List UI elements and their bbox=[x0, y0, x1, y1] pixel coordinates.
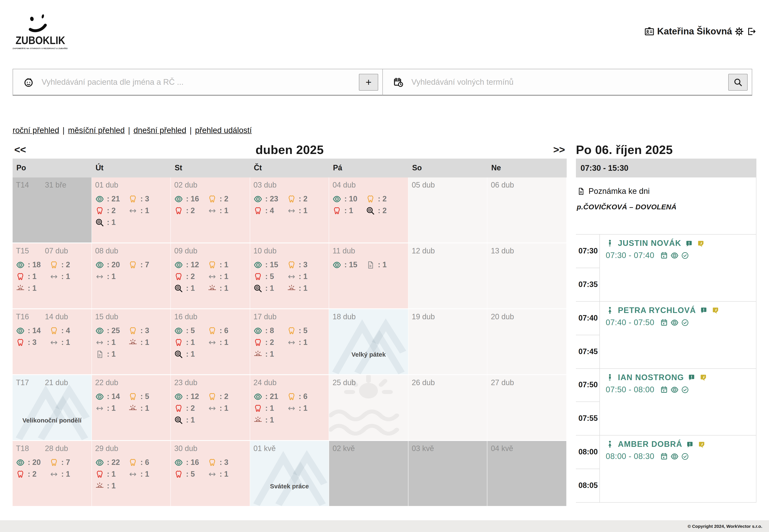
transfer-arrows-icon bbox=[95, 338, 104, 347]
date-label: 18 dub bbox=[333, 313, 356, 321]
calendar-day-cell[interactable]: 03 dub : 23 : 2 : 4 : 1 bbox=[250, 177, 329, 243]
stat-count: : 1 bbox=[61, 272, 70, 281]
day-stats: : 14 : 5 : 1 : 1 bbox=[95, 392, 168, 413]
calendar-day-cell[interactable]: 19 dub bbox=[409, 309, 488, 374]
day-stats: : 22 : 6 : 1 : 1 : 1 bbox=[95, 458, 168, 490]
stat-count: : 2 bbox=[61, 261, 70, 269]
day-hours: 07:30 - 15:30 bbox=[576, 159, 756, 177]
appointment[interactable]: JUSTIN NOVÁK07:30 - 07:40 bbox=[600, 235, 756, 302]
calendar-day-cell[interactable]: 18 dubVelký pátek bbox=[329, 309, 409, 374]
calendar-day-cell[interactable]: 13 dub bbox=[488, 243, 567, 308]
stat-count: : 1 bbox=[219, 261, 228, 269]
calendar-day-cell[interactable]: 17 dub : 8 : 5 : 2 : 1 : 1 bbox=[250, 309, 329, 374]
settings-gear-icon[interactable] bbox=[734, 26, 744, 37]
note-lightning-icon bbox=[712, 306, 719, 314]
day-stat: : 1 bbox=[208, 261, 247, 269]
calendar-day-cell[interactable]: T1828 dub : 20 : 7 : 2 : 1 bbox=[13, 441, 92, 506]
day-stats: : 12 : 2 : 2 : 1 : 1 bbox=[174, 392, 247, 425]
transfer-arrows-icon bbox=[287, 272, 296, 281]
calendar-day-cell[interactable]: 09 dub : 12 : 1 : 2 : 1 : 1 : 1 bbox=[171, 243, 250, 308]
appointment[interactable]: AMBER DOBRÁ08:00 - 08:30 bbox=[600, 436, 756, 503]
calendar-day-cell[interactable]: 15 dub : 25 : 3 : 1 : 1 : 1 bbox=[92, 309, 171, 374]
date-label: 15 dub bbox=[95, 313, 118, 321]
calendar-day-cell[interactable]: 12 dub bbox=[409, 243, 488, 308]
appointment[interactable]: PETRA RYCHLOVÁ07:40 - 07:50 bbox=[600, 302, 756, 369]
tooth-orange-icon bbox=[287, 261, 296, 269]
transfer-arrows-icon bbox=[95, 272, 104, 281]
time-slot-label: 07:45 bbox=[576, 335, 600, 369]
stat-count: : 7 bbox=[140, 261, 149, 269]
appointment[interactable]: IAN NOSTRONG07:50 - 08:00 bbox=[600, 369, 756, 436]
nav-link-3[interactable]: dnešní přehled bbox=[133, 126, 186, 135]
calendar-day-cell[interactable]: 24 dub : 21 : 6 : 1 : 1 : 1 bbox=[250, 375, 329, 440]
slot-search-input[interactable] bbox=[411, 77, 728, 87]
calendar-day-cell[interactable]: 08 dub : 20 : 7 : 1 bbox=[92, 243, 171, 308]
date-label: 11 dub bbox=[333, 247, 355, 256]
day-stat: : 1 bbox=[208, 272, 247, 281]
eye-icon bbox=[333, 195, 341, 203]
day-stat: : 1 bbox=[208, 404, 247, 413]
calendar-day-cell[interactable]: 22 dub : 14 : 5 : 1 : 1 bbox=[92, 375, 171, 440]
calendar-day-cell[interactable]: 26 dub bbox=[409, 375, 488, 440]
stat-count: : 1 bbox=[299, 404, 307, 413]
calendar-day-cell[interactable]: 03 kvě bbox=[409, 441, 488, 506]
day-stat: : 1 bbox=[95, 218, 129, 227]
calendar-day-cell[interactable]: 04 kvě bbox=[488, 441, 567, 506]
calendar-day-cell[interactable]: 23 dub : 12 : 2 : 2 : 1 : 1 bbox=[171, 375, 250, 440]
nav-link-4[interactable]: přehled událostí bbox=[195, 126, 252, 135]
nav-link-2[interactable]: měsíční přehled bbox=[68, 126, 125, 135]
search-slots-button[interactable] bbox=[728, 74, 748, 90]
calendar-day-cell[interactable]: 29 dub : 22 : 6 : 1 : 1 : 1 bbox=[92, 441, 171, 506]
emergency-siren-icon bbox=[208, 284, 217, 293]
prev-month-button[interactable]: << bbox=[13, 144, 28, 156]
calendar-day-cell[interactable]: 11 dub : 15 : 1 bbox=[329, 243, 409, 308]
calendar-day-cell[interactable]: T1614 dub : 14 : 4 : 3 : 1 bbox=[13, 309, 92, 374]
stat-count: : 6 bbox=[219, 326, 228, 335]
eye-icon bbox=[670, 385, 679, 394]
calendar-day-cell[interactable]: T1721 dubVelikonoční pondělí bbox=[13, 375, 92, 440]
week-number: T17 bbox=[16, 378, 29, 387]
weekday-label: St bbox=[171, 164, 250, 172]
date-label: 28 dub bbox=[45, 444, 68, 453]
calendar-day-cell[interactable]: 20 dub bbox=[488, 309, 567, 374]
nav-link-1[interactable]: roční přehled bbox=[13, 126, 59, 135]
date-label: 02 dub bbox=[174, 181, 197, 190]
calendar-day-cell[interactable]: 04 dub : 10 : 2 : 1 : 2 bbox=[329, 177, 409, 243]
calendar-day-cell[interactable]: 27 dub bbox=[488, 375, 567, 440]
tooth-red-icon bbox=[95, 206, 104, 215]
day-stat: : 20 bbox=[95, 261, 129, 269]
calendar-day-cell[interactable]: 02 dub : 16 : 2 : 2 : 1 bbox=[171, 177, 250, 243]
calendar-day-cell[interactable]: 01 kvěSvátek práce bbox=[250, 441, 329, 506]
calendar-day-cell[interactable]: 05 dub bbox=[409, 177, 488, 243]
day-note-label[interactable]: Poznámka ke dni bbox=[589, 187, 650, 196]
logout-icon[interactable] bbox=[746, 26, 756, 37]
logo[interactable]: ZUBOKLIK ZAPOMEŇTE NA STAROSTI S REZERVA… bbox=[13, 14, 62, 49]
date-label: 04 dub bbox=[333, 181, 356, 190]
date-label: 01 kvě bbox=[253, 444, 275, 453]
calendar-day-cell[interactable]: 10 dub : 15 : 3 : 5 : 1 : 1 : 1 bbox=[250, 243, 329, 308]
day-stat: : 25 bbox=[95, 326, 129, 335]
calendar-icon bbox=[660, 318, 668, 327]
calendar-day-cell[interactable]: 01 dub : 21 : 3 : 2 : 1 : 1 bbox=[92, 177, 171, 243]
day-stat: : 15 bbox=[253, 261, 287, 269]
logo-title: ZUBOKLIK bbox=[16, 34, 59, 47]
calendar-day-cell[interactable]: 16 dub : 5 : 6 : 1 : 1 : 1 bbox=[171, 309, 250, 374]
calendar-day-cell[interactable]: 25 dub bbox=[329, 375, 409, 440]
calendar-day-cell[interactable]: 02 kvě bbox=[329, 441, 409, 506]
emergency-siren-icon bbox=[287, 284, 296, 293]
week-number: T14 bbox=[16, 181, 29, 190]
day-stat: : 1 bbox=[208, 284, 247, 293]
calendar-day-cell[interactable]: T1507 dub : 18 : 2 : 1 : 1 : 1 bbox=[13, 243, 92, 308]
time-slot-label: 07:55 bbox=[576, 402, 600, 436]
day-stat: : 1 bbox=[95, 404, 129, 413]
stat-count: : 5 bbox=[186, 326, 195, 335]
calendar-day-cell[interactable]: 06 dub bbox=[488, 177, 567, 243]
add-patient-button[interactable]: + bbox=[359, 74, 378, 90]
stat-count: : 3 bbox=[140, 326, 149, 335]
calendar-day-cell[interactable]: T1431 bře bbox=[13, 177, 92, 243]
magnifier-eye-icon bbox=[174, 350, 183, 359]
calendar-day-cell[interactable]: 30 dub : 16 : 3 : 5 : 1 bbox=[171, 441, 250, 506]
patient-search-input[interactable] bbox=[41, 77, 359, 87]
transfer-arrows-icon bbox=[129, 470, 137, 479]
next-month-button[interactable]: >> bbox=[552, 144, 567, 156]
